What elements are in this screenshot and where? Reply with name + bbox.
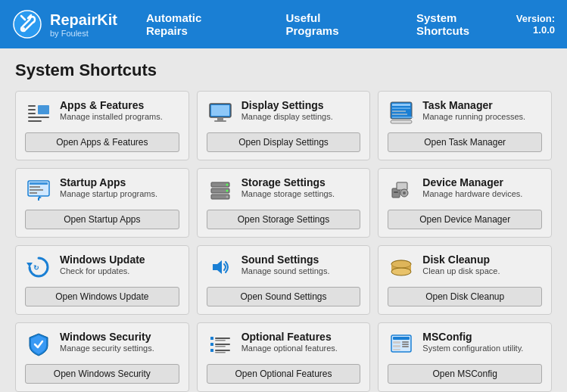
svg-point-31 [226, 184, 228, 186]
card-name-task-manager: Task Manager [422, 99, 525, 111]
svg-rect-56 [393, 337, 410, 340]
card-name-device-manager: Device Manager [422, 176, 522, 188]
card-button-startup-apps[interactable]: Open Startup Apps [25, 210, 179, 229]
card-desc-windows-security: Manage security settings. [60, 344, 154, 353]
svg-rect-52 [210, 349, 213, 352]
taskmanager-icon [388, 99, 415, 126]
card-name-display-settings: Display Settings [241, 99, 333, 111]
card-button-storage-settings[interactable]: Open Storage Settings [207, 210, 361, 229]
card-text-optional-features: Optional Features Manage optional featur… [241, 331, 338, 353]
card-text-startup-apps: Startup Apps Manage startup programs. [60, 176, 157, 198]
card-button-apps-features[interactable]: Open Apps & Features [25, 132, 179, 152]
card-text-sound-settings: Sound Settings Manage sound settings. [241, 254, 330, 275]
card-desc-startup-apps: Manage startup programs. [60, 189, 157, 198]
security-icon [25, 331, 52, 358]
nav-system-shortcuts[interactable]: System Shortcuts [410, 8, 516, 40]
nav: Automatic Repairs Useful Programs System… [140, 8, 516, 40]
card-top-msconfig: MSConfig System configuration utility. [388, 331, 542, 358]
page-title: System Shortcuts [15, 61, 552, 80]
card-top-sound-settings: Sound Settings Manage sound settings. [207, 254, 361, 281]
card-desc-windows-update: Check for updates. [60, 266, 145, 275]
card-desc-device-manager: Manage hardware devices. [422, 189, 522, 198]
card-desc-apps-features: Manage installed programs. [60, 112, 163, 121]
startup-icon [25, 176, 52, 204]
main-content: System Shortcuts Apps & Features Manage … [0, 48, 567, 392]
card-button-optional-features[interactable]: Open Optional Features [207, 364, 361, 384]
card-apps-features: Apps & Features Manage installed program… [15, 91, 189, 160]
svg-rect-9 [28, 120, 42, 122]
svg-point-33 [226, 196, 228, 198]
card-text-display-settings: Display Settings Manage display settings… [241, 99, 333, 121]
svg-point-0 [14, 11, 41, 38]
svg-rect-49 [210, 343, 213, 346]
card-top-task-manager: Task Manager Manage running processes. [388, 99, 542, 126]
nav-automatic-repairs[interactable]: Automatic Repairs [140, 8, 250, 40]
card-desc-disk-cleanup: Clean up disk space. [422, 266, 500, 275]
card-button-windows-security[interactable]: Open Windows Security [25, 364, 179, 384]
card-button-device-manager[interactable]: Open Device Manager [388, 210, 542, 229]
sound-icon [207, 254, 234, 281]
card-button-disk-cleanup[interactable]: Open Disk Cleanup [388, 287, 542, 306]
card-top-startup-apps: Startup Apps Manage startup programs. [25, 176, 179, 204]
card-top-disk-cleanup: Disk Cleanup Clean up disk space. [388, 254, 542, 281]
display-icon [207, 99, 234, 126]
card-top-storage-settings: Storage Settings Manage storage settings… [207, 176, 361, 204]
card-device-manager: Device Manager Manage hardware devices. … [378, 168, 552, 238]
version-info: Version: 1.0.0 [516, 13, 555, 36]
svg-rect-5 [28, 109, 36, 110]
svg-rect-53 [215, 350, 230, 351]
card-button-windows-update[interactable]: Open Windows Update [25, 287, 179, 306]
optional-icon [207, 331, 234, 358]
svg-rect-7 [38, 105, 49, 114]
update-icon: ↻ [25, 254, 52, 281]
svg-rect-8 [28, 117, 49, 118]
svg-rect-38 [394, 191, 398, 193]
logo-text: RepairKit by Foulest [50, 11, 117, 38]
svg-rect-15 [392, 104, 410, 106]
svg-rect-47 [215, 338, 230, 339]
card-startup-apps: Startup Apps Manage startup programs. Op… [15, 168, 189, 238]
svg-rect-62 [402, 346, 409, 347]
svg-rect-46 [210, 337, 213, 340]
card-text-storage-settings: Storage Settings Manage storage settings… [241, 176, 335, 198]
card-button-sound-settings[interactable]: Open Sound Settings [207, 287, 361, 306]
device-icon [388, 176, 415, 204]
card-button-display-settings[interactable]: Open Display Settings [207, 132, 361, 152]
card-windows-update: ↻ Windows Update Check for updates. Open… [15, 245, 189, 315]
card-name-windows-security: Windows Security [60, 331, 154, 343]
card-optional-features: Optional Features Manage optional featur… [197, 322, 371, 392]
logo-area: RepairKit by Foulest [12, 9, 117, 39]
card-text-task-manager: Task Manager Manage running processes. [422, 99, 525, 121]
msconfig-icon [388, 331, 415, 358]
svg-point-37 [403, 191, 406, 194]
svg-rect-13 [214, 120, 226, 122]
shortcuts-grid: Apps & Features Manage installed program… [15, 91, 552, 392]
card-storage-settings: Storage Settings Manage storage settings… [197, 168, 371, 238]
svg-rect-51 [215, 346, 226, 347]
svg-rect-19 [392, 117, 413, 118]
card-task-manager: Task Manager Manage running processes. O… [378, 91, 552, 160]
card-desc-storage-settings: Manage storage settings. [241, 189, 335, 198]
apps-icon [25, 99, 52, 126]
card-button-task-manager[interactable]: Open Task Manager [388, 132, 542, 152]
card-desc-display-settings: Manage display settings. [241, 112, 333, 121]
svg-point-1 [22, 27, 25, 30]
svg-rect-54 [215, 352, 226, 353]
card-text-apps-features: Apps & Features Manage installed program… [60, 99, 163, 121]
svg-rect-25 [30, 192, 37, 194]
card-name-storage-settings: Storage Settings [241, 176, 335, 188]
svg-rect-58 [393, 345, 400, 347]
card-name-startup-apps: Startup Apps [60, 176, 157, 188]
card-name-sound-settings: Sound Settings [241, 254, 330, 266]
logo-title: RepairKit [50, 11, 117, 29]
card-text-device-manager: Device Manager Manage hardware devices. [422, 176, 522, 198]
card-desc-optional-features: Manage optional features. [241, 344, 338, 353]
nav-useful-programs[interactable]: Useful Programs [280, 8, 380, 40]
card-button-msconfig[interactable]: Open MSConfig [388, 364, 542, 384]
card-sound-settings: Sound Settings Manage sound settings. Op… [197, 245, 371, 315]
svg-rect-61 [402, 344, 409, 345]
card-desc-sound-settings: Manage sound settings. [241, 266, 330, 275]
card-top-device-manager: Device Manager Manage hardware devices. [388, 176, 542, 204]
svg-rect-11 [211, 105, 229, 116]
svg-point-32 [226, 190, 228, 192]
